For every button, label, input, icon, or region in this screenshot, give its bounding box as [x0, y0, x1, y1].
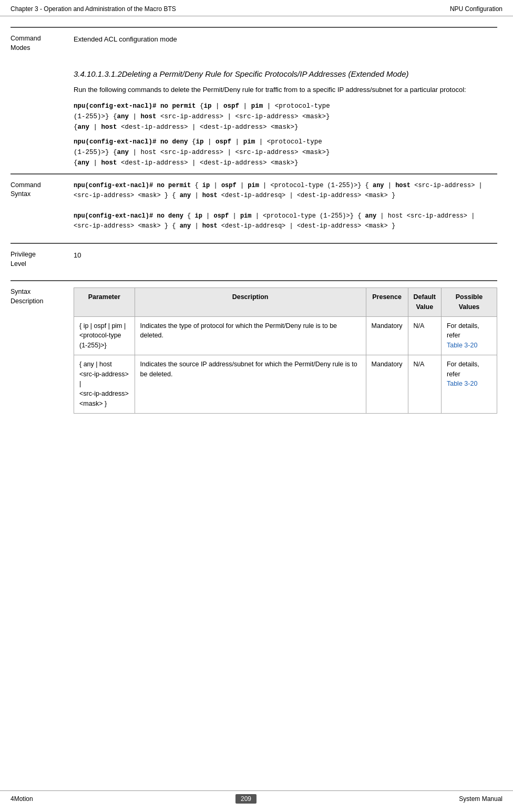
- privilege-level-row: PrivilegeLevel 10: [11, 243, 497, 275]
- page-footer: 4Motion 209 System Manual: [0, 790, 513, 807]
- table-link-2[interactable]: Table 3-20: [447, 380, 477, 387]
- command-modes-value: Extended ACL configuration mode: [74, 34, 497, 53]
- page-number: 209: [235, 794, 256, 804]
- table-row: { any | host<src-ip-address> |<src-ip-ad…: [74, 355, 497, 413]
- presence-1: Mandatory: [366, 316, 408, 355]
- command-modes-label: CommandModes: [11, 34, 74, 53]
- table-row: { ip | ospf | pim |<protocol-type(1-255)…: [74, 316, 497, 355]
- page-content: CommandModes Extended ACL configuration …: [0, 16, 513, 430]
- col-header-possible: PossibleValues: [441, 288, 497, 317]
- possible-2: For details, referTable 3-20: [441, 355, 497, 413]
- presence-2: Mandatory: [366, 355, 408, 413]
- syntax-description-row: SyntaxDescription Parameter Description …: [11, 280, 497, 420]
- body-text: Run the following commands to delete the…: [74, 85, 497, 96]
- command-modes-row: CommandModes Extended ACL configuration …: [11, 27, 497, 59]
- cmd-syntax-block2: npu(config-ext-nacl)# no deny { ip | osp…: [74, 211, 497, 231]
- cmd-syntax-block1: npu(config-ext-nacl)# no permit { ip | o…: [74, 181, 497, 201]
- footer-left: 4Motion: [11, 795, 33, 803]
- col-header-description: Description: [135, 288, 366, 317]
- param-1: { ip | ospf | pim |<protocol-type(1-255)…: [74, 316, 135, 355]
- param-2: { any | host<src-ip-address> |<src-ip-ad…: [74, 355, 135, 413]
- col-header-parameter: Parameter: [74, 288, 135, 317]
- privilege-level-label: PrivilegeLevel: [11, 250, 74, 269]
- possible-1: For details, referTable 3-20: [441, 316, 497, 355]
- header-right: NPU Configuration: [450, 5, 502, 13]
- privilege-level-value: 10: [74, 250, 497, 269]
- page-header: Chapter 3 - Operation and Administration…: [0, 0, 513, 16]
- command-syntax-content: npu(config-ext-nacl)# no permit { ip | o…: [74, 181, 497, 231]
- code-block-1: npu(config-ext-nacl)# no permit {ip | os…: [74, 101, 497, 132]
- command-syntax-row: CommandSyntax npu(config-ext-nacl)# no p…: [11, 173, 497, 238]
- footer-right: System Manual: [459, 795, 502, 803]
- syntax-description-label: SyntaxDescription: [11, 287, 74, 414]
- default-2: N/A: [408, 355, 441, 413]
- code-block-2: npu(config-ext-nacl)# no deny {ip | ospf…: [74, 137, 497, 168]
- header-left: Chapter 3 - Operation and Administration…: [11, 5, 176, 13]
- table-header-row: Parameter Description Presence DefaultVa…: [74, 288, 497, 317]
- col-header-presence: Presence: [366, 288, 408, 317]
- syntax-table: Parameter Description Presence DefaultVa…: [74, 287, 497, 414]
- section-title: 3.4.10.1.3.1.2Deleting a Permit/Deny Rul…: [74, 68, 497, 79]
- desc-1: Indicates the type of protocol for which…: [135, 316, 366, 355]
- command-syntax-label: CommandSyntax: [11, 181, 74, 231]
- desc-2: Indicates the source IP address/subnet f…: [135, 355, 366, 413]
- syntax-description-content: Parameter Description Presence DefaultVa…: [74, 287, 497, 414]
- table-link-1[interactable]: Table 3-20: [447, 342, 477, 349]
- default-1: N/A: [408, 316, 441, 355]
- col-header-default: DefaultValue: [408, 288, 441, 317]
